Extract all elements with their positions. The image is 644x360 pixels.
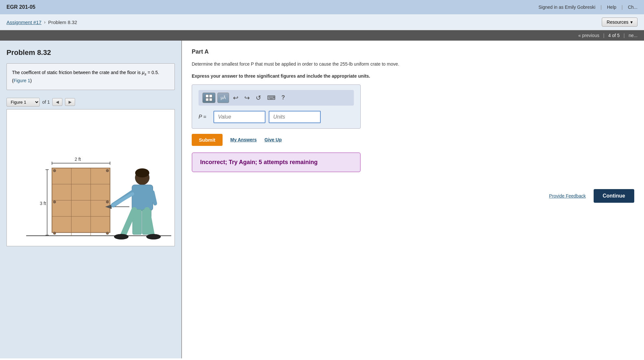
change-link[interactable]: Ch... <box>628 5 638 10</box>
part-a-title: Part A <box>192 48 634 55</box>
separator1: | <box>600 5 602 10</box>
svg-point-37 <box>147 234 161 239</box>
svg-rect-41 <box>209 98 212 101</box>
breadcrumb-current: Problem 8.32 <box>48 19 77 25</box>
incorrect-box: Incorrect; Try Again; 5 attempts remaini… <box>192 152 361 172</box>
reset-icon: ↺ <box>256 94 261 102</box>
figure-svg: 2 ft 3 ft P <box>7 109 174 246</box>
redo-button[interactable]: ↪ <box>242 93 252 103</box>
desc-text: Determine the smallest force P that must… <box>192 61 399 67</box>
matrix-button[interactable] <box>202 93 215 103</box>
reset-button[interactable]: ↺ <box>254 93 263 103</box>
svg-point-8 <box>106 169 109 172</box>
figure-image-area: 2 ft 3 ft P <box>6 109 175 246</box>
separator2: | <box>622 5 623 10</box>
provide-feedback-button[interactable]: Provide Feedback <box>549 193 586 199</box>
breadcrumb-bar: Assignment #17 › Problem 8.32 Resources … <box>0 14 644 30</box>
give-up-button[interactable]: Give Up <box>264 137 282 142</box>
signed-in-text: Signed in as Emily Gobreski <box>538 5 595 10</box>
mu-s-symbol: μs <box>142 70 147 75</box>
nav-separator: | <box>603 33 604 38</box>
previous-link[interactable]: « previous <box>578 33 599 38</box>
svg-rect-38 <box>206 95 209 97</box>
figure-prev-button[interactable]: ◀ <box>52 98 62 106</box>
desc-end: ) <box>30 78 32 83</box>
figure-controls: Figure 1 of 1 ◀ ▶ <box>6 98 175 107</box>
answer-row: P = <box>199 111 354 123</box>
units-input[interactable] <box>269 111 321 123</box>
help-icon: ? <box>281 94 285 101</box>
svg-point-11 <box>53 200 56 203</box>
undo-icon: ↩ <box>233 94 238 102</box>
desc-part1: The coefficent of static friction betwee… <box>12 70 142 75</box>
svg-point-26 <box>139 177 141 179</box>
assignment-link[interactable]: Assignment #17 <box>6 19 42 25</box>
svg-text:2 ft: 2 ft <box>75 157 81 162</box>
svg-line-31 <box>153 192 155 204</box>
nav-separator2: | <box>624 33 625 38</box>
svg-point-7 <box>53 169 56 172</box>
p-label-italic: P <box>199 114 202 120</box>
svg-rect-28 <box>132 185 153 211</box>
continue-button[interactable]: Continue <box>594 189 634 203</box>
right-panel: Part A Determine the smallest force P th… <box>182 41 644 358</box>
value-input[interactable] <box>213 111 265 123</box>
nav-bar: « previous | 4 of 5 | ne... <box>0 30 644 41</box>
keyboard-button[interactable]: ⌨ <box>265 93 277 103</box>
help-link[interactable]: Help <box>607 5 616 10</box>
answer-label: P = <box>199 114 210 120</box>
resources-button[interactable]: Resources ▾ <box>602 18 638 27</box>
mu-button[interactable]: μÅ <box>217 93 229 103</box>
mu-icon: μÅ <box>221 95 226 100</box>
my-answers-button[interactable]: My Answers <box>230 137 257 142</box>
figure-dropdown[interactable]: Figure 1 <box>6 98 40 107</box>
breadcrumb-nav: Assignment #17 › Problem 8.32 <box>6 19 77 25</box>
top-header: EGR 201-05 Signed in as Emily Gobreski |… <box>0 0 644 14</box>
left-panel: Problem 8.32 The coefficent of static fr… <box>0 41 182 358</box>
figure-of-label: of 1 <box>42 99 50 105</box>
submit-row: Submit My Answers Give Up <box>192 134 634 146</box>
svg-rect-39 <box>209 95 212 97</box>
next-link[interactable]: ne... <box>629 33 638 38</box>
part-description: Determine the smallest force P that must… <box>192 60 634 68</box>
svg-point-9 <box>53 232 56 235</box>
bottom-action-row: Provide Feedback Continue <box>192 189 634 203</box>
toolbar: μÅ ↩ ↪ ↺ ⌨ ? <box>199 90 354 106</box>
problem-description-box: The coefficent of static friction betwee… <box>6 63 175 90</box>
svg-point-36 <box>114 234 128 239</box>
figure-next-button[interactable]: ▶ <box>65 98 75 106</box>
problem-title: Problem 8.32 <box>6 48 175 57</box>
answer-container: μÅ ↩ ↪ ↺ ⌨ ? <box>192 84 361 129</box>
course-title: EGR 201-05 <box>6 4 35 10</box>
svg-text:3 ft: 3 ft <box>40 201 46 206</box>
header-right: Signed in as Emily Gobreski | Help | Ch.… <box>538 5 638 10</box>
svg-point-25 <box>135 168 149 177</box>
resources-chevron-icon: ▾ <box>630 19 633 25</box>
part-instruction: Express your answer to three significant… <box>192 73 634 79</box>
svg-line-30 <box>113 194 133 205</box>
resources-label: Resources <box>607 19 628 25</box>
svg-point-27 <box>143 177 145 179</box>
main-content: Problem 8.32 The coefficent of static fr… <box>0 41 644 358</box>
breadcrumb-arrow: › <box>44 19 46 25</box>
figure-link[interactable]: Figure 1 <box>14 78 30 83</box>
svg-point-10 <box>106 232 109 235</box>
redo-icon: ↪ <box>244 94 250 102</box>
matrix-icon <box>205 94 213 101</box>
keyboard-icon: ⌨ <box>267 94 276 101</box>
help-button[interactable]: ? <box>279 93 287 102</box>
undo-button[interactable]: ↩ <box>231 93 240 103</box>
page-count: 4 of 5 <box>608 33 620 38</box>
svg-rect-40 <box>206 98 209 101</box>
svg-point-12 <box>106 200 109 203</box>
submit-button[interactable]: Submit <box>192 134 223 146</box>
